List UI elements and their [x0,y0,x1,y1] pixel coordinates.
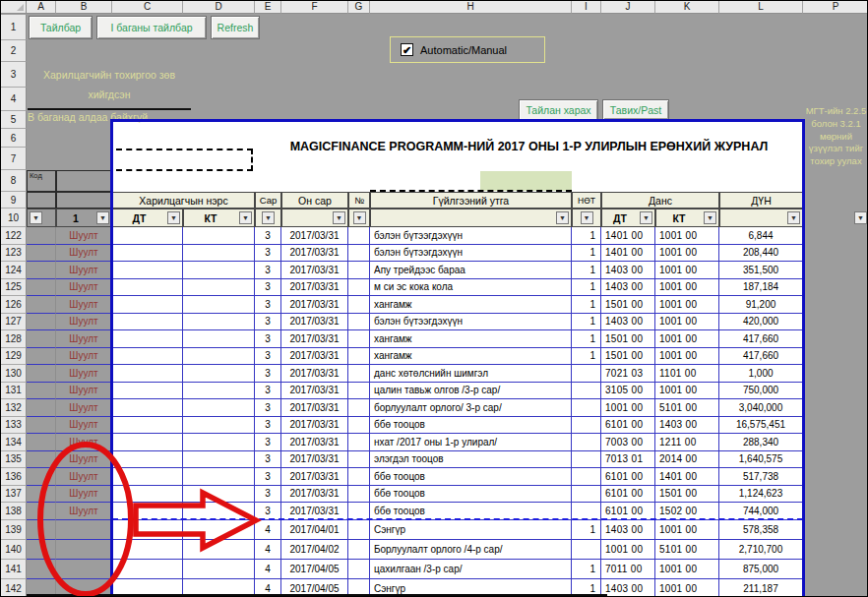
cell-filter-flag[interactable]: Шуулт [56,314,112,331]
green-highlight-cell[interactable] [480,171,572,191]
cell-name-kt[interactable] [183,365,255,383]
row-header-131[interactable]: 131 [1,383,27,400]
cell-acct-dt[interactable]: 6101 00 [601,503,655,520]
filter-dropdown-p-icon[interactable] [854,211,867,224]
automatic-manual-checkbox[interactable]: ✔ [401,43,413,56]
filter-cell-a[interactable] [27,209,56,227]
cell-amount[interactable]: 208,440 [719,245,803,263]
cell-desc[interactable]: Апу трейдээс бараа [370,262,572,279]
header-vat[interactable]: НӨТ [572,192,601,209]
cell-a[interactable] [27,520,56,540]
cell-filter-flag[interactable]: Шуулт [56,486,112,504]
cell-date[interactable]: 2017/03/31 [281,262,348,279]
cell-a[interactable] [27,296,56,314]
row-header-141[interactable]: 141 [1,560,27,579]
cell-filter-flag[interactable]: Шуулт [56,434,112,451]
cell-number[interactable] [348,279,370,297]
filter-cell-acct-kt[interactable]: КТ [655,209,719,227]
row-header-135[interactable]: 135 [1,451,27,469]
cell-month[interactable]: 3 [255,314,281,331]
cell-acct-kt[interactable]: 1001 00 [655,579,719,597]
empty-cell-a9[interactable] [27,192,56,209]
cell-filter-flag[interactable]: Шуулт [56,451,112,469]
cell-filter-flag[interactable]: Шуулт [56,279,112,297]
column-header-F[interactable]: F [281,1,348,14]
filter-dropdown-month-icon[interactable] [262,211,275,224]
row-header-133[interactable]: 133 [1,417,27,435]
cell-vat[interactable]: 1 [572,262,601,279]
view-report-button[interactable]: Тайлан харах [519,99,598,121]
filter-cell-b[interactable]: 1 [56,209,112,227]
cell-vat[interactable] [572,468,601,486]
cell-number[interactable] [348,227,370,245]
cell-vat[interactable] [572,417,601,435]
cell-acct-dt[interactable]: 1501 00 [601,330,655,348]
cell-date[interactable]: 2017/04/02 [281,540,348,560]
i-column-tailbar-button[interactable]: I баганы тайлбар [96,16,207,39]
code-header-cell[interactable]: Код [27,170,56,192]
row-header-3[interactable]: 3 [1,62,27,88]
cell-name-kt[interactable] [183,399,255,417]
cell-number[interactable] [348,399,370,417]
cell-a[interactable] [27,383,56,400]
cell-acct-dt[interactable]: 1001 00 [601,540,655,560]
header-transaction-desc[interactable]: Гүйлгээний утга [370,192,572,209]
cell-vat[interactable] [572,451,601,469]
cell-name-kt[interactable] [183,383,255,400]
cell-desc[interactable]: ббө тооцов [370,486,572,504]
cell-vat[interactable]: 1 [572,348,601,366]
cell-date[interactable]: 2017/03/31 [281,296,348,314]
cell-date[interactable]: 2017/03/31 [281,417,348,435]
cell-acct-dt[interactable]: 1001 00 [601,399,655,417]
header-amount[interactable]: ДҮН [719,192,803,209]
cell-acct-kt[interactable]: 1403 00 [655,417,719,435]
cell-desc[interactable]: борлуулалт орлого/ 3-р сар/ [370,399,572,417]
cell-date[interactable]: 2017/03/31 [281,434,348,451]
tailbar-button[interactable]: Тайлбар [29,16,93,39]
cell-amount[interactable]: 288,340 [719,434,803,451]
cell-name-dt[interactable] [112,399,183,417]
cell-number[interactable] [348,245,370,263]
row-header-129[interactable]: 129 [1,348,27,366]
row-header-123[interactable]: 123 [1,245,27,263]
cell-filter-flag[interactable]: Шуулт [56,262,112,279]
cell-filter-flag[interactable]: Шуулт [56,348,112,366]
cell-name-dt[interactable] [112,330,183,348]
cell-date[interactable]: 2017/04/05 [281,560,348,579]
cell-name-dt[interactable] [112,451,183,469]
cell-date[interactable]: 2017/03/31 [281,227,348,245]
column-header-P[interactable]: P [803,1,868,14]
cell-amount[interactable]: 750,000 [719,383,803,400]
cell-amount[interactable]: 578,358 [719,520,803,540]
cell-desc[interactable]: Сэнгүр [370,520,572,540]
cell-month[interactable]: 3 [255,262,281,279]
cell-acct-dt[interactable]: 6101 00 [601,486,655,504]
cell-vat[interactable] [572,399,601,417]
cell-acct-kt[interactable]: 5101 00 [655,540,719,560]
cell-name-kt[interactable] [183,540,255,560]
row-header-130[interactable]: 130 [1,365,27,383]
cell-name-kt[interactable] [183,451,255,469]
cell-amount[interactable]: 1,640,575 [719,451,803,469]
filter-dropdown-desc-icon[interactable] [556,211,569,224]
cell-a[interactable] [27,314,56,331]
row-header-2[interactable]: 2 [1,40,27,62]
filter-dropdown-amount-icon[interactable] [787,211,800,224]
cell-amount[interactable]: 6,844 [719,227,803,245]
row-header-10[interactable]: 10 [1,209,27,227]
cell-a[interactable] [27,468,56,486]
cell-name-kt[interactable] [183,503,255,520]
cell-vat[interactable]: 1 [572,245,601,263]
filter-cell-number[interactable] [348,209,370,227]
cell-vat[interactable] [572,540,601,560]
column-header-L[interactable]: L [719,1,803,14]
cell-desc[interactable]: цахилгаан /3-р сар/ [370,560,572,579]
cell-acct-kt[interactable]: 1001 00 [655,330,719,348]
cell-number[interactable] [348,560,370,579]
cell-filter-flag[interactable]: Шуулт [56,417,112,435]
cell-desc[interactable]: ббө тооцов [370,503,572,520]
cell-vat[interactable] [572,503,601,520]
cell-desc[interactable]: бэлэн бүтээгдэхүүн [370,245,572,263]
cell-date[interactable]: 2017/03/31 [281,348,348,366]
filter-dropdown-date-icon[interactable] [333,211,345,224]
